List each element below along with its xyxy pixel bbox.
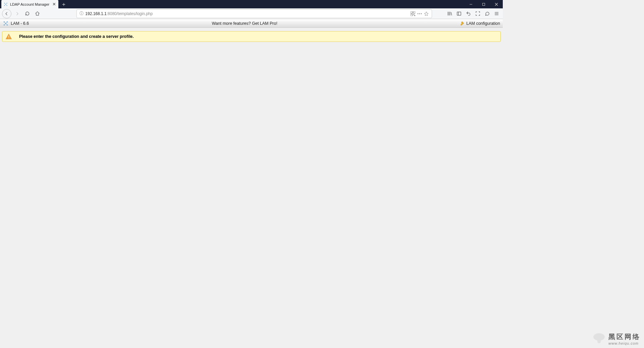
window-controls <box>465 0 503 8</box>
svg-rect-10 <box>483 3 485 5</box>
undo-icon[interactable] <box>464 9 473 18</box>
reload-button[interactable] <box>23 9 32 18</box>
svg-line-7 <box>5 4 6 6</box>
toolbar-right <box>445 9 501 18</box>
chat-icon[interactable] <box>483 9 491 18</box>
lam-promo-text: Want more features? Get LAM Pro! <box>212 21 277 26</box>
wrench-icon <box>460 21 465 26</box>
forward-button[interactable] <box>13 9 21 18</box>
svg-rect-14 <box>413 11 415 13</box>
svg-line-34 <box>6 23 7 25</box>
close-tab-icon[interactable]: ✕ <box>52 2 56 7</box>
svg-line-32 <box>6 22 7 24</box>
lam-logo[interactable]: LAM - 6.6 <box>3 20 29 26</box>
svg-rect-17 <box>414 15 415 16</box>
svg-line-8 <box>6 4 7 6</box>
lam-header: LAM - 6.6 Want more features? Get LAM Pr… <box>0 19 503 28</box>
app-menu-icon[interactable] <box>492 9 501 18</box>
url-bar[interactable]: ⓘ 192.168.1.1:8080/templates/login.php <box>76 9 432 18</box>
window-maximize-button[interactable] <box>477 0 490 8</box>
svg-point-20 <box>421 13 422 14</box>
page-actions-icon[interactable] <box>416 13 423 14</box>
new-tab-button[interactable]: ＋ <box>60 0 68 8</box>
lam-configuration-link[interactable]: LAM configuration <box>460 21 500 26</box>
svg-rect-16 <box>413 14 414 15</box>
screenshot-icon[interactable] <box>473 9 482 18</box>
tab-title: LDAP Account Manager <box>10 2 50 6</box>
lam-logo-icon <box>3 20 9 26</box>
svg-rect-13 <box>411 11 413 13</box>
svg-rect-35 <box>8 36 9 38</box>
svg-point-19 <box>419 13 420 14</box>
browser-navbar: ⓘ 192.168.1.1:8080/templates/login.php <box>0 8 503 19</box>
sidebar-icon[interactable] <box>454 9 463 18</box>
svg-rect-36 <box>8 38 9 39</box>
alert-box: Please enter the configuration and creat… <box>2 31 501 42</box>
lam-version-label: LAM - 6.6 <box>11 21 29 26</box>
alert-message: Please enter the configuration and creat… <box>19 34 134 39</box>
svg-line-33 <box>4 23 6 25</box>
browser-tab[interactable]: LDAP Account Manager ✕ <box>1 0 58 8</box>
back-button[interactable] <box>2 9 11 18</box>
tab-favicon <box>3 2 8 7</box>
svg-line-6 <box>6 3 7 4</box>
lam-configuration-label: LAM configuration <box>466 21 500 26</box>
svg-point-18 <box>418 13 419 14</box>
window-minimize-button[interactable] <box>465 0 477 8</box>
svg-line-31 <box>4 22 6 24</box>
library-icon[interactable] <box>445 9 454 18</box>
warning-icon <box>6 33 12 40</box>
svg-rect-21 <box>457 12 461 15</box>
svg-rect-15 <box>411 14 413 16</box>
window-close-button[interactable] <box>490 0 503 8</box>
url-path: :8080/templates/login.php <box>107 11 153 16</box>
page-content: LAM - 6.6 Want more features? Get LAM Pr… <box>0 19 503 42</box>
bookmark-star-icon[interactable] <box>423 11 430 16</box>
lam-promo-link[interactable]: Want more features? Get LAM Pro! <box>29 21 460 26</box>
url-text: 192.168.1.1:8080/templates/login.php <box>84 11 410 16</box>
svg-line-5 <box>5 3 6 4</box>
tab-strip: LDAP Account Manager ✕ ＋ <box>0 0 68 8</box>
url-host: 192.168.1.1 <box>85 11 106 16</box>
window-titlebar: LDAP Account Manager ✕ ＋ <box>0 0 503 8</box>
site-info-icon[interactable]: ⓘ <box>79 11 84 16</box>
qr-icon[interactable] <box>410 11 416 16</box>
home-button[interactable] <box>33 9 42 18</box>
